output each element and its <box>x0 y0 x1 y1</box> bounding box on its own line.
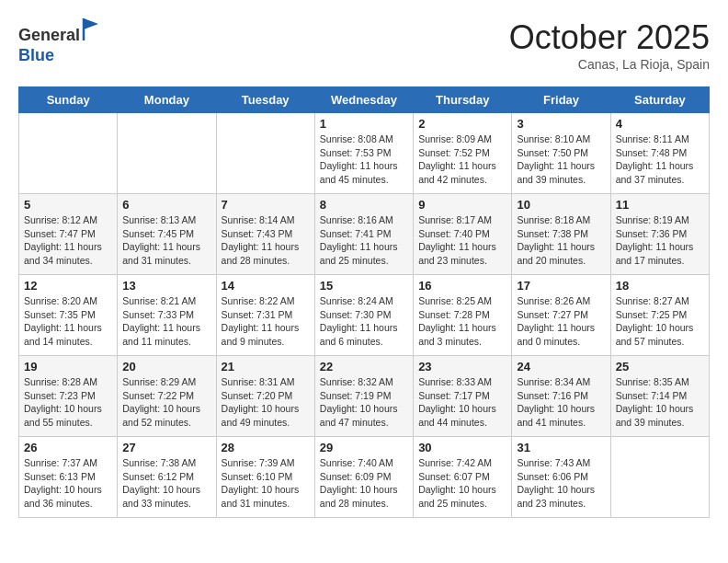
calendar-cell: 9Sunrise: 8:17 AM Sunset: 7:40 PM Daylig… <box>414 194 512 275</box>
calendar-week-3: 12Sunrise: 8:20 AM Sunset: 7:35 PM Dayli… <box>19 275 710 356</box>
calendar-cell: 15Sunrise: 8:24 AM Sunset: 7:30 PM Dayli… <box>314 275 413 356</box>
calendar-week-5: 26Sunrise: 7:37 AM Sunset: 6:13 PM Dayli… <box>19 437 710 518</box>
day-number: 31 <box>517 441 605 454</box>
page-header: General Blue October 2025 Canas, La Rioj… <box>18 18 710 72</box>
day-info: Sunrise: 8:17 AM Sunset: 7:40 PM Dayligh… <box>418 213 506 268</box>
day-info: Sunrise: 7:42 AM Sunset: 6:07 PM Dayligh… <box>418 456 506 511</box>
calendar-table: SundayMondayTuesdayWednesdayThursdayFrid… <box>18 86 710 518</box>
day-number: 15 <box>320 279 408 293</box>
calendar-cell <box>216 113 314 194</box>
calendar-cell: 28Sunrise: 7:39 AM Sunset: 6:10 PM Dayli… <box>216 437 314 518</box>
calendar-cell: 16Sunrise: 8:25 AM Sunset: 7:28 PM Dayli… <box>414 275 512 356</box>
calendar-cell: 19Sunrise: 8:28 AM Sunset: 7:23 PM Dayli… <box>19 356 118 437</box>
day-info: Sunrise: 8:21 AM Sunset: 7:33 PM Dayligh… <box>122 294 210 349</box>
day-number: 14 <box>222 279 310 293</box>
calendar-body: 1Sunrise: 8:08 AM Sunset: 7:53 PM Daylig… <box>19 113 710 518</box>
weekday-row: SundayMondayTuesdayWednesdayThursdayFrid… <box>19 87 710 113</box>
calendar-cell: 27Sunrise: 7:38 AM Sunset: 6:12 PM Dayli… <box>118 437 216 518</box>
day-number: 6 <box>122 198 210 212</box>
day-number: 28 <box>222 441 310 454</box>
calendar-cell: 6Sunrise: 8:13 AM Sunset: 7:45 PM Daylig… <box>118 194 216 275</box>
day-info: Sunrise: 7:39 AM Sunset: 6:10 PM Dayligh… <box>222 456 310 511</box>
day-number: 12 <box>24 279 112 293</box>
day-info: Sunrise: 8:28 AM Sunset: 7:23 PM Dayligh… <box>24 375 112 430</box>
day-info: Sunrise: 8:27 AM Sunset: 7:25 PM Dayligh… <box>616 294 704 349</box>
calendar-cell: 26Sunrise: 7:37 AM Sunset: 6:13 PM Dayli… <box>19 437 118 518</box>
day-info: Sunrise: 8:14 AM Sunset: 7:43 PM Dayligh… <box>222 213 310 268</box>
day-number: 5 <box>24 198 112 212</box>
calendar-cell: 2Sunrise: 8:09 AM Sunset: 7:52 PM Daylig… <box>414 113 512 194</box>
day-number: 18 <box>616 279 704 293</box>
day-number: 16 <box>418 279 506 293</box>
day-info: Sunrise: 8:11 AM Sunset: 7:48 PM Dayligh… <box>616 132 704 187</box>
day-info: Sunrise: 8:18 AM Sunset: 7:38 PM Dayligh… <box>517 213 605 268</box>
day-number: 23 <box>418 360 506 373</box>
day-number: 29 <box>320 441 408 454</box>
weekday-header-sunday: Sunday <box>19 87 118 113</box>
day-number: 1 <box>320 117 408 131</box>
weekday-header-saturday: Saturday <box>610 87 709 113</box>
calendar-cell: 13Sunrise: 8:21 AM Sunset: 7:33 PM Dayli… <box>118 275 216 356</box>
logo: General Blue <box>18 18 100 65</box>
day-info: Sunrise: 7:43 AM Sunset: 6:06 PM Dayligh… <box>517 456 605 511</box>
calendar-cell <box>19 113 118 194</box>
logo-flag-icon <box>82 18 100 40</box>
day-info: Sunrise: 8:31 AM Sunset: 7:20 PM Dayligh… <box>222 375 310 430</box>
calendar-cell: 23Sunrise: 8:33 AM Sunset: 7:17 PM Dayli… <box>414 356 512 437</box>
day-info: Sunrise: 8:35 AM Sunset: 7:14 PM Dayligh… <box>616 375 704 430</box>
calendar-cell: 5Sunrise: 8:12 AM Sunset: 7:47 PM Daylig… <box>19 194 118 275</box>
day-info: Sunrise: 7:38 AM Sunset: 6:12 PM Dayligh… <box>122 456 210 511</box>
day-number: 13 <box>122 279 210 293</box>
calendar-cell: 7Sunrise: 8:14 AM Sunset: 7:43 PM Daylig… <box>216 194 314 275</box>
day-info: Sunrise: 7:40 AM Sunset: 6:09 PM Dayligh… <box>320 456 408 511</box>
calendar-cell: 4Sunrise: 8:11 AM Sunset: 7:48 PM Daylig… <box>610 113 709 194</box>
logo-general: General <box>18 26 80 44</box>
day-info: Sunrise: 8:24 AM Sunset: 7:30 PM Dayligh… <box>320 294 408 349</box>
month-title: October 2025 <box>509 18 710 57</box>
day-info: Sunrise: 8:08 AM Sunset: 7:53 PM Dayligh… <box>320 132 408 187</box>
calendar-cell: 24Sunrise: 8:34 AM Sunset: 7:16 PM Dayli… <box>512 356 610 437</box>
day-info: Sunrise: 8:34 AM Sunset: 7:16 PM Dayligh… <box>517 375 605 430</box>
day-info: Sunrise: 8:09 AM Sunset: 7:52 PM Dayligh… <box>418 132 506 187</box>
weekday-header-monday: Monday <box>118 87 216 113</box>
calendar-cell: 12Sunrise: 8:20 AM Sunset: 7:35 PM Dayli… <box>19 275 118 356</box>
weekday-header-thursday: Thursday <box>414 87 512 113</box>
calendar-cell: 21Sunrise: 8:31 AM Sunset: 7:20 PM Dayli… <box>216 356 314 437</box>
day-number: 27 <box>122 441 210 454</box>
day-number: 30 <box>418 441 506 454</box>
day-number: 10 <box>517 198 605 212</box>
day-number: 21 <box>222 360 310 373</box>
day-info: Sunrise: 8:25 AM Sunset: 7:28 PM Dayligh… <box>418 294 506 349</box>
day-info: Sunrise: 7:37 AM Sunset: 6:13 PM Dayligh… <box>24 456 112 511</box>
weekday-header-wednesday: Wednesday <box>314 87 413 113</box>
calendar-cell: 14Sunrise: 8:22 AM Sunset: 7:31 PM Dayli… <box>216 275 314 356</box>
day-info: Sunrise: 8:12 AM Sunset: 7:47 PM Dayligh… <box>24 213 112 268</box>
calendar-cell: 20Sunrise: 8:29 AM Sunset: 7:22 PM Dayli… <box>118 356 216 437</box>
calendar-cell: 17Sunrise: 8:26 AM Sunset: 7:27 PM Dayli… <box>512 275 610 356</box>
day-number: 8 <box>320 198 408 212</box>
calendar-cell <box>610 437 709 518</box>
day-number: 22 <box>320 360 408 373</box>
day-number: 2 <box>418 117 506 131</box>
day-number: 4 <box>616 117 704 131</box>
day-number: 11 <box>616 198 704 212</box>
calendar-week-1: 1Sunrise: 8:08 AM Sunset: 7:53 PM Daylig… <box>19 113 710 194</box>
calendar-cell: 8Sunrise: 8:16 AM Sunset: 7:41 PM Daylig… <box>314 194 413 275</box>
day-info: Sunrise: 8:33 AM Sunset: 7:17 PM Dayligh… <box>418 375 506 430</box>
day-number: 24 <box>517 360 605 373</box>
day-number: 19 <box>24 360 112 373</box>
calendar-cell: 3Sunrise: 8:10 AM Sunset: 7:50 PM Daylig… <box>512 113 610 194</box>
calendar-cell: 29Sunrise: 7:40 AM Sunset: 6:09 PM Dayli… <box>314 437 413 518</box>
calendar-cell: 11Sunrise: 8:19 AM Sunset: 7:36 PM Dayli… <box>610 194 709 275</box>
calendar-cell: 25Sunrise: 8:35 AM Sunset: 7:14 PM Dayli… <box>610 356 709 437</box>
calendar-cell: 10Sunrise: 8:18 AM Sunset: 7:38 PM Dayli… <box>512 194 610 275</box>
title-block: October 2025 Canas, La Rioja, Spain <box>509 18 710 72</box>
weekday-header-tuesday: Tuesday <box>216 87 314 113</box>
day-info: Sunrise: 8:29 AM Sunset: 7:22 PM Dayligh… <box>122 375 210 430</box>
calendar-week-2: 5Sunrise: 8:12 AM Sunset: 7:47 PM Daylig… <box>19 194 710 275</box>
calendar-cell: 30Sunrise: 7:42 AM Sunset: 6:07 PM Dayli… <box>414 437 512 518</box>
calendar-cell: 18Sunrise: 8:27 AM Sunset: 7:25 PM Dayli… <box>610 275 709 356</box>
day-info: Sunrise: 8:26 AM Sunset: 7:27 PM Dayligh… <box>517 294 605 349</box>
day-info: Sunrise: 8:32 AM Sunset: 7:19 PM Dayligh… <box>320 375 408 430</box>
day-number: 3 <box>517 117 605 131</box>
